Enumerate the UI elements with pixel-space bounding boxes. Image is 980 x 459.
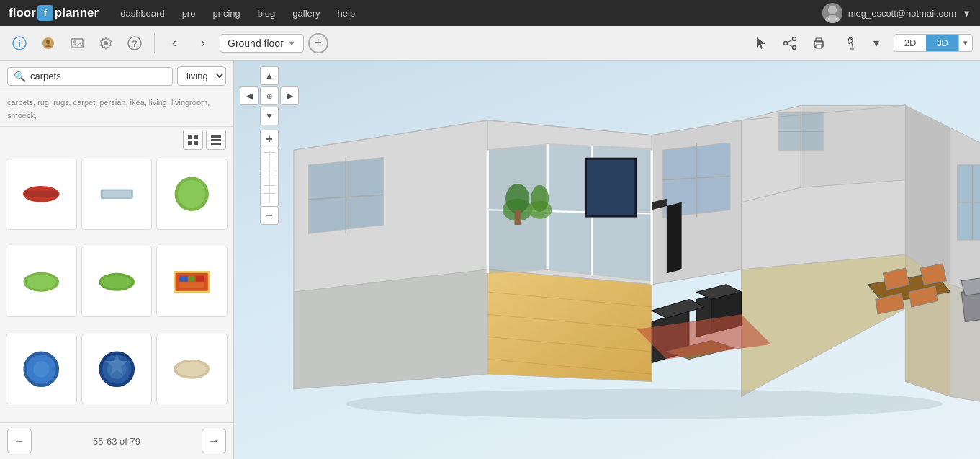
svg-rect-25: [211, 135, 221, 138]
list-item[interactable]: [6, 246, 77, 317]
view-2d-button[interactable]: 2D: [894, 35, 927, 51]
view-mode-bar: [0, 127, 233, 153]
list-item[interactable]: [6, 159, 77, 230]
svg-rect-43: [180, 282, 204, 288]
svg-rect-42: [196, 275, 204, 281]
list-item[interactable]: [81, 246, 153, 317]
info-button[interactable]: i: [7, 31, 32, 55]
cursor-tool[interactable]: [750, 32, 773, 55]
nav-dashboard[interactable]: dashboard: [113, 0, 171, 26]
logo-icon: f: [37, 5, 53, 21]
tools-button[interactable]: [836, 32, 859, 55]
svg-marker-112: [667, 202, 682, 273]
svg-point-114: [346, 389, 943, 419]
list-item[interactable]: [6, 334, 77, 405]
list-view-button[interactable]: [206, 130, 226, 150]
objects-button[interactable]: [36, 31, 60, 55]
pan-center-button[interactable]: ⊕: [260, 86, 279, 105]
nav-pro[interactable]: pro: [175, 0, 203, 26]
svg-point-19: [822, 43, 823, 44]
nav-gallery[interactable]: gallery: [285, 0, 327, 26]
share-button[interactable]: [778, 32, 801, 55]
svg-point-35: [27, 275, 56, 289]
navigation-controls: ▲ ◀ ⊕ ▶ ▼ +: [240, 66, 299, 225]
svg-point-5: [46, 40, 50, 44]
more-button[interactable]: ▾: [865, 32, 888, 55]
pan-right-button[interactable]: ▶: [280, 86, 299, 105]
user-dropdown-arrow: ▼: [962, 8, 971, 19]
pagination: ← 55-63 of 79 →: [0, 422, 233, 459]
pan-up-button[interactable]: ▲: [260, 66, 279, 85]
category-select[interactable]: living: [177, 66, 226, 86]
search-input-wrap[interactable]: 🔍: [7, 67, 173, 86]
svg-point-8: [104, 41, 108, 45]
help-button[interactable]: ?: [122, 31, 147, 55]
zoom-out-button[interactable]: −: [260, 206, 279, 225]
svg-marker-62: [905, 105, 950, 285]
svg-point-37: [102, 275, 132, 288]
nav-help[interactable]: help: [331, 0, 363, 26]
grid-view-button[interactable]: [183, 130, 203, 150]
items-grid: [0, 153, 233, 422]
svg-rect-31: [102, 191, 131, 197]
next-page-button[interactable]: →: [202, 429, 226, 453]
prev-button[interactable]: ‹: [162, 31, 186, 55]
settings-wheel-button[interactable]: [94, 31, 118, 55]
floor-name: Ground floor: [228, 37, 284, 49]
svg-rect-40: [180, 275, 188, 281]
svg-point-82: [505, 184, 529, 213]
next-button[interactable]: ›: [191, 31, 215, 55]
svg-rect-39: [176, 272, 208, 290]
list-item[interactable]: [156, 334, 228, 405]
svg-rect-87: [587, 160, 634, 215]
svg-point-85: [531, 185, 549, 212]
nav-blog[interactable]: blog: [251, 0, 283, 26]
list-item[interactable]: [156, 246, 228, 317]
floor-plan-3d: [234, 61, 980, 459]
tag-cloud: carpets, rug, rugs, carpet, persian, ike…: [0, 92, 233, 127]
view-dropdown-button[interactable]: ▾: [958, 35, 972, 51]
pan-left-button[interactable]: ◀: [240, 86, 259, 105]
svg-line-14: [787, 40, 793, 43]
main-toolbar: i ? ‹ › Ground floor ▼ + ▾: [0, 26, 980, 61]
list-item[interactable]: [81, 159, 153, 230]
zoom-slider[interactable]: [260, 148, 279, 206]
toolbar-divider-1: [154, 33, 155, 53]
search-input[interactable]: [30, 71, 166, 81]
svg-rect-26: [211, 139, 221, 141]
left-panel: 🔍 living carpets, rug, rugs, carpet, per…: [0, 61, 234, 459]
view-3d-button[interactable]: 3D: [926, 35, 958, 51]
svg-point-33: [178, 180, 205, 208]
add-floor-button[interactable]: +: [308, 33, 328, 53]
nav-pricing[interactable]: pricing: [205, 0, 247, 26]
svg-point-0: [828, 6, 837, 14]
prev-page-button[interactable]: ←: [7, 429, 32, 453]
pan-down-button[interactable]: ▼: [260, 107, 279, 125]
logo-floor: floor: [9, 6, 36, 20]
canvas-area[interactable]: ▲ ◀ ⊕ ▶ ▼ +: [234, 61, 980, 459]
svg-text:?: ?: [132, 38, 138, 49]
print-button[interactable]: [807, 32, 830, 55]
floor-dropdown-arrow: ▼: [288, 39, 296, 48]
user-menu[interactable]: meg_escott@hotmail.com ▼: [822, 3, 971, 23]
list-item[interactable]: [81, 334, 153, 405]
svg-point-13: [783, 41, 787, 45]
svg-rect-22: [194, 135, 198, 139]
svg-marker-56: [487, 269, 652, 381]
svg-rect-24: [194, 141, 198, 145]
svg-rect-29: [24, 191, 58, 197]
view-toggle: 2D 3D ▾: [894, 34, 973, 52]
zoom-in-button[interactable]: +: [260, 130, 279, 148]
search-icon: 🔍: [14, 71, 26, 82]
svg-rect-27: [211, 143, 221, 145]
zoom-controls: + −: [260, 130, 279, 225]
list-item[interactable]: [156, 159, 228, 230]
floor-selector[interactable]: Ground floor ▼: [220, 34, 304, 53]
images-button[interactable]: [65, 31, 89, 55]
svg-point-51: [177, 362, 207, 376]
logo-planner: planner: [55, 6, 99, 20]
search-bar: 🔍 living: [0, 61, 233, 92]
logo[interactable]: floor f planner: [9, 5, 99, 21]
svg-point-12: [792, 45, 796, 49]
user-avatar: [822, 3, 842, 23]
